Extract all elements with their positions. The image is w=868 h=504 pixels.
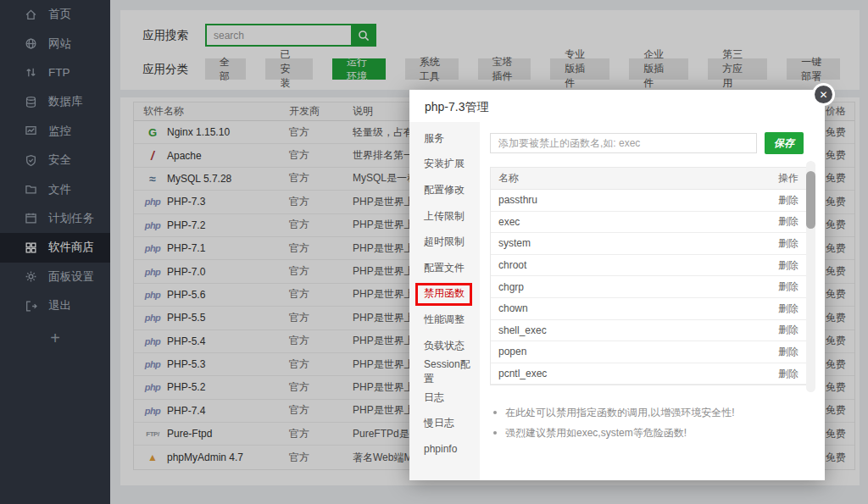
function-row: shell_exec 删除	[491, 320, 806, 342]
functions-scrollbar[interactable]	[806, 161, 815, 392]
save-button[interactable]: 保存	[765, 132, 804, 154]
modal-tab[interactable]: 服务	[409, 125, 480, 152]
modal-tab[interactable]: phpinfo	[409, 436, 480, 462]
php-manage-modal: php-7.3管理 服务 安装扩展 配置修改 上传限制 超时限制 配置文件 禁用…	[409, 90, 825, 480]
modal-tab[interactable]: 日志	[409, 385, 480, 411]
scrollbar-thumb[interactable]	[806, 171, 815, 229]
function-name: pcntl_exec	[498, 368, 547, 379]
function-name: exec	[498, 216, 520, 228]
delete-function-link[interactable]: 删除	[778, 258, 798, 273]
functions-table-header: 名称 操作	[491, 168, 806, 190]
delete-function-link[interactable]: 删除	[778, 367, 798, 381]
add-function-input[interactable]	[490, 133, 757, 153]
delete-function-link[interactable]: 删除	[778, 302, 798, 316]
function-name: popen	[498, 346, 526, 357]
modal-close-button[interactable]: ✕	[812, 83, 835, 106]
function-name: passthru	[498, 194, 537, 206]
delete-function-link[interactable]: 删除	[778, 214, 798, 229]
modal-tab[interactable]: 配置修改	[409, 177, 480, 203]
delete-function-link[interactable]: 删除	[778, 323, 798, 337]
modal-notes: 在此处可以禁用指定函数的调用,以增强环境安全性! 强烈建议禁用如exec,sys…	[492, 402, 735, 443]
delete-function-link[interactable]: 删除	[778, 236, 798, 251]
function-name: chown	[498, 302, 528, 314]
modal-tab[interactable]: 负载状态	[409, 333, 480, 359]
function-row: chown 删除	[491, 298, 806, 320]
modal-tab[interactable]: 上传限制	[409, 203, 480, 230]
modal-tab[interactable]: 慢日志	[409, 411, 480, 437]
modal-tab[interactable]: Session配置	[409, 358, 480, 385]
delete-function-link[interactable]: 删除	[778, 280, 798, 294]
function-row: chgrp 删除	[491, 276, 806, 298]
bullet-icon	[493, 431, 497, 435]
delete-function-link[interactable]: 删除	[778, 345, 798, 359]
function-name: chgrp	[498, 281, 524, 293]
note-item: 强烈建议禁用如exec,system等危险函数!	[492, 423, 735, 443]
close-icon: ✕	[815, 86, 832, 103]
modal-tab[interactable]: 配置文件	[409, 255, 480, 281]
col-function-name: 名称	[498, 171, 519, 186]
function-row: chroot 删除	[491, 255, 806, 277]
function-name: shell_exec	[498, 324, 547, 336]
function-row: exec 删除	[491, 212, 806, 234]
modal-tab[interactable]: 禁用函数	[409, 281, 480, 307]
modal-title: php-7.3管理	[409, 90, 825, 122]
delete-function-link[interactable]: 删除	[778, 193, 798, 208]
modal-tab[interactable]: 安装扩展	[409, 152, 480, 178]
disabled-functions-pane: 保存 名称 操作 passthru 删除 exec	[480, 122, 825, 480]
functions-table-body: passthru 删除 exec 删除 system 删除	[491, 190, 806, 385]
function-name: system	[498, 237, 531, 249]
function-row: system 删除	[491, 233, 806, 255]
modal-tab-list: 服务 安装扩展 配置修改 上传限制 超时限制 配置文件 禁用函数 性能调整 负载…	[409, 122, 480, 480]
modal-tab[interactable]: 性能调整	[409, 307, 480, 333]
function-row: pcntl_exec 删除	[491, 363, 806, 385]
modal-tab[interactable]: 超时限制	[409, 229, 480, 255]
note-item: 在此处可以禁用指定函数的调用,以增强环境安全性!	[492, 402, 735, 423]
col-action: 操作	[778, 171, 798, 186]
disabled-functions-table: 名称 操作 passthru 删除 exec 删除	[490, 167, 807, 385]
function-row: passthru 删除	[491, 190, 806, 212]
function-row: popen 删除	[491, 341, 806, 363]
function-name: chroot	[498, 259, 526, 271]
bullet-icon	[493, 411, 497, 414]
